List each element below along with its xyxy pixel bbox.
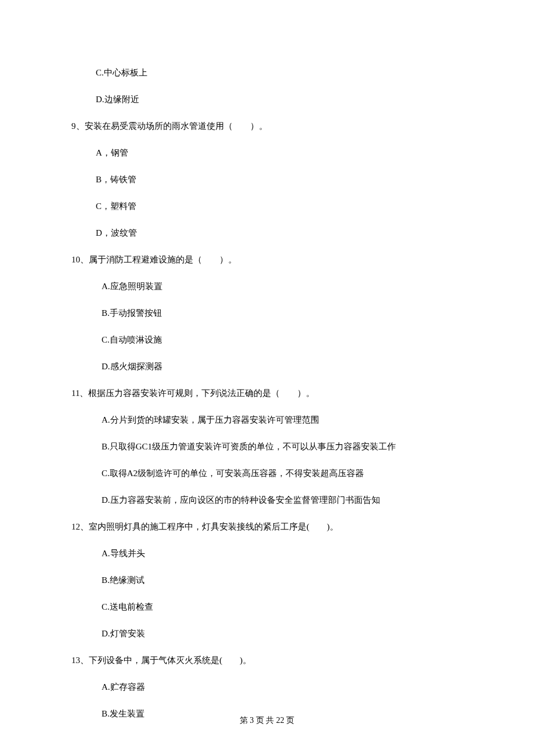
q12-stem: 12、室内照明灯具的施工程序中，灯具安装接线的紧后工序是( )。 — [71, 521, 463, 533]
page-footer: 第 3 页 共 22 页 — [0, 715, 534, 726]
q10-option-d: D.感火烟探测器 — [71, 361, 463, 373]
q11-option-a: A.分片到货的球罐安装，属于压力容器安装许可管理范围 — [71, 414, 463, 426]
q9-option-a: A，钢管 — [71, 147, 463, 159]
q10-option-c: C.自动喷淋设施 — [71, 334, 463, 346]
q9-option-d: D，波纹管 — [71, 227, 463, 239]
q12-option-b: B.绝缘测试 — [71, 574, 463, 586]
q13-option-a: A.贮存容器 — [71, 681, 463, 693]
q8-option-d: D.边缘附近 — [71, 93, 463, 106]
q11-option-c: C.取得A2级制造许可的单位，可安装高压容器，不得安装超高压容器 — [71, 467, 463, 480]
q12-option-a: A.导线并头 — [71, 548, 463, 560]
q12-option-d: D.灯管安装 — [71, 628, 463, 640]
q13-stem: 13、下列设备中，属于气体灭火系统是( )。 — [71, 654, 463, 667]
q8-option-c: C.中心标板上 — [71, 67, 463, 79]
q11-stem: 11、根据压力容器安装许可规则，下列说法正确的是（ ）。 — [71, 387, 463, 399]
q11-option-d: D.压力容器安装前，应向设区的市的特种设备安全监督管理部门书面告知 — [71, 494, 463, 506]
q9-stem: 9、安装在易受震动场所的雨水管道使用（ ）。 — [71, 120, 463, 132]
q10-option-b: B.手动报警按钮 — [71, 307, 463, 319]
q10-option-a: A.应急照明装置 — [71, 280, 463, 293]
q9-option-b: B，铸铁管 — [71, 174, 463, 186]
q11-option-b: B.只取得GC1级压力管道安装许可资质的单位，不可以从事压力容器安装工作 — [71, 441, 463, 453]
document-content: C.中心标板上 D.边缘附近 9、安装在易受震动场所的雨水管道使用（ ）。 A，… — [0, 0, 534, 720]
q9-option-c: C，塑料管 — [71, 200, 463, 213]
q12-option-c: C.送电前检查 — [71, 601, 463, 613]
q10-stem: 10、属于消防工程避难设施的是（ ）。 — [71, 254, 463, 266]
